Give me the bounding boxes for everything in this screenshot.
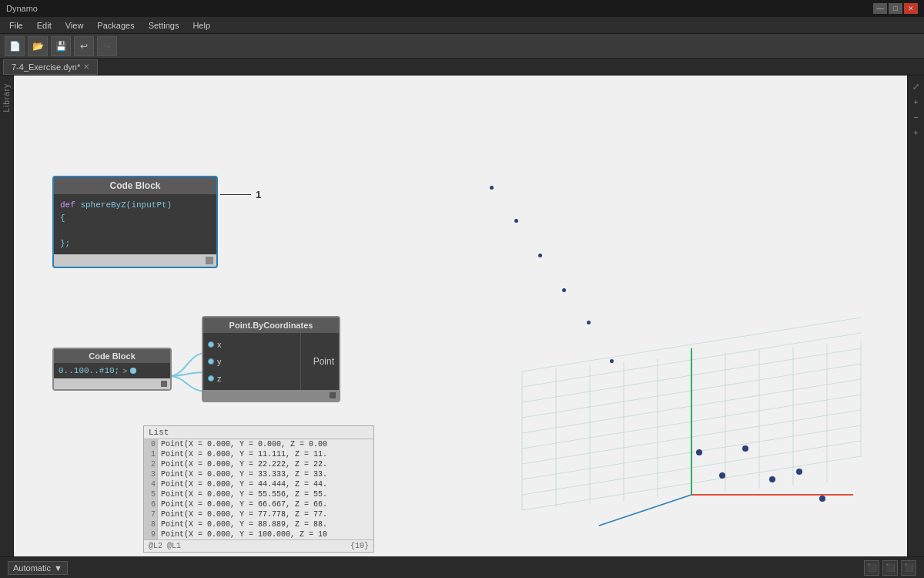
- output-list-panel: List 0 Point(X = 0.000, Y = 0.000, Z = 0…: [143, 425, 374, 553]
- viewport-point-3: [742, 445, 748, 452]
- table-row: 7 Point(X = 0.000, Y = 77.778, Z = 77.: [144, 509, 373, 519]
- fit-btn[interactable]: +: [910, 128, 922, 140]
- zoom-out-btn[interactable]: −: [910, 113, 922, 125]
- zoom-in-btn[interactable]: +: [910, 97, 922, 109]
- status-icons: ⬛ ⬛ ⬛: [864, 560, 916, 576]
- title-bar-left: Dynamo: [6, 4, 38, 13]
- port-y-label: y: [217, 357, 222, 366]
- run-mode-label: Automatic: [13, 563, 51, 573]
- output-list-header: List: [144, 426, 373, 439]
- status-left: Automatic ▼: [8, 561, 68, 575]
- table-row: 3 Point(X = 0.000, Y = 33.333, Z = 33.: [144, 469, 373, 479]
- tab-exercise[interactable]: 7-4_Exercise.dyn* ✕: [3, 59, 98, 75]
- code-block-2-node[interactable]: Code Block 0..100..#10; >: [52, 348, 172, 391]
- table-row: 6 Point(X = 0.000, Y = 66.667, Z = 66.: [144, 499, 373, 509]
- redo-button[interactable]: ↪: [97, 36, 117, 56]
- new-button[interactable]: 📄: [5, 36, 25, 56]
- undo-button[interactable]: ↩: [74, 36, 94, 56]
- run-mode-dropdown[interactable]: Automatic ▼: [8, 561, 68, 575]
- annotation-1: 1: [220, 189, 261, 200]
- port-z-label: z: [217, 374, 222, 383]
- pbc-out-label: Point: [313, 356, 334, 367]
- toolbar: 📄 📂 💾 ↩ ↪: [0, 34, 924, 59]
- app-title: Dynamo: [6, 4, 38, 13]
- footer-left-label: @L2 @L1: [149, 542, 181, 550]
- code-block-2-bottom: [54, 378, 170, 389]
- table-row: 9 Point(X = 0.000, Y = 100.000, Z = 10: [144, 529, 373, 539]
- point-1: [514, 219, 518, 223]
- code-block-2-code: 0..100..#10;: [59, 366, 119, 375]
- canvas[interactable]: Code Block def sphereByZ(inputPt) { }; 1…: [14, 76, 907, 556]
- viewport-point-1: [696, 449, 702, 455]
- viewport-point-6: [819, 496, 825, 502]
- table-row: 8 Point(X = 0.000, Y = 88.889, Z = 88.: [144, 519, 373, 529]
- viewport-3d: [476, 287, 884, 533]
- point-0: [490, 186, 494, 190]
- pbc-port-y: y: [203, 353, 300, 370]
- pbc-ports-out: Point: [300, 333, 339, 390]
- table-row: 4 Point(X = 0.000, Y = 44.444, Z = 44.: [144, 479, 373, 489]
- point-2: [538, 254, 542, 257]
- code-block-1-node[interactable]: Code Block def sphereByZ(inputPt) { };: [52, 176, 218, 268]
- output-list-rows: 0 Point(X = 0.000, Y = 0.000, Z = 0.00 1…: [144, 439, 373, 539]
- output-port-code2: [130, 368, 136, 374]
- z-axis: [599, 495, 691, 526]
- menu-file[interactable]: File: [3, 19, 29, 32]
- library-label[interactable]: Library: [2, 83, 11, 113]
- table-row: 5 Point(X = 0.000, Y = 55.556, Z = 55.: [144, 489, 373, 499]
- code-block-1-body[interactable]: def sphereByZ(inputPt) { };: [54, 194, 216, 254]
- code-block-1-header: Code Block: [54, 177, 216, 194]
- main-area: Library Code Block def sphereByZ(inputPt…: [0, 76, 924, 556]
- menu-bar: File Edit View Packages Settings Help: [0, 17, 924, 34]
- footer-right-label: {10}: [350, 542, 369, 550]
- close-button[interactable]: ✕: [904, 3, 918, 14]
- viewport-svg: [476, 287, 884, 533]
- viewport-point-4: [769, 476, 775, 482]
- pbc-port-x: x: [203, 336, 300, 353]
- code-block-1-code: def sphereByZ(inputPt) { };: [60, 199, 210, 250]
- viewport-point-2: [719, 472, 725, 479]
- table-row: 0 Point(X = 0.000, Y = 0.000, Z = 0.00: [144, 439, 373, 449]
- pbc-node[interactable]: Point.ByCoordinates x y z: [202, 316, 340, 402]
- code-block-2-header: Code Block: [54, 349, 170, 363]
- maximize-button[interactable]: □: [889, 3, 902, 14]
- output-list-footer: @L2 @L1 {10}: [144, 539, 373, 552]
- resize-handle-2[interactable]: [161, 381, 167, 387]
- menu-help[interactable]: Help: [186, 19, 216, 32]
- save-button[interactable]: 💾: [51, 36, 71, 56]
- code-block-2-body[interactable]: 0..100..#10; >: [54, 363, 170, 378]
- status-icon-3[interactable]: ⬛: [901, 560, 916, 576]
- status-icon-1[interactable]: ⬛: [864, 560, 879, 576]
- menu-packages[interactable]: Packages: [91, 19, 140, 32]
- menu-view[interactable]: View: [59, 19, 90, 32]
- annotation-number-1: 1: [256, 189, 261, 200]
- tab-close-icon[interactable]: ✕: [83, 62, 89, 71]
- title-bar-right: — □ ✕: [873, 3, 918, 14]
- pbc-body: x y z Point: [203, 333, 339, 390]
- open-button[interactable]: 📂: [28, 36, 48, 56]
- pbc-port-z: z: [203, 370, 300, 387]
- dropdown-arrow-icon: ▼: [54, 563, 62, 573]
- pbc-header: Point.ByCoordinates: [203, 318, 339, 333]
- port-y-dot: [208, 358, 214, 365]
- status-bar: Automatic ▼ ⬛ ⬛ ⬛: [0, 556, 924, 578]
- code-keyword: def: [60, 200, 80, 210]
- table-row: 1 Point(X = 0.000, Y = 11.111, Z = 11.: [144, 449, 373, 459]
- arrow-icon: >: [122, 367, 127, 375]
- annotation-line-1: [220, 194, 251, 195]
- status-icon-2[interactable]: ⬛: [882, 560, 898, 576]
- table-row: 2 Point(X = 0.000, Y = 22.222, Z = 22.: [144, 459, 373, 469]
- pbc-ports-in: x y z: [203, 333, 300, 390]
- resize-handle[interactable]: [206, 257, 213, 264]
- tab-label: 7-4_Exercise.dyn*: [12, 62, 80, 72]
- menu-settings[interactable]: Settings: [142, 19, 186, 32]
- library-sidebar: Library: [0, 76, 14, 556]
- tab-bar: 7-4_Exercise.dyn* ✕: [0, 59, 924, 76]
- minimize-button[interactable]: —: [873, 3, 887, 14]
- port-x-dot: [208, 341, 214, 348]
- expand-btn[interactable]: ⤢: [910, 82, 922, 94]
- right-panel: ⤢ + − +: [907, 76, 924, 556]
- pbc-bottom: [203, 390, 339, 401]
- pbc-resize[interactable]: [330, 392, 336, 398]
- menu-edit[interactable]: Edit: [31, 19, 58, 32]
